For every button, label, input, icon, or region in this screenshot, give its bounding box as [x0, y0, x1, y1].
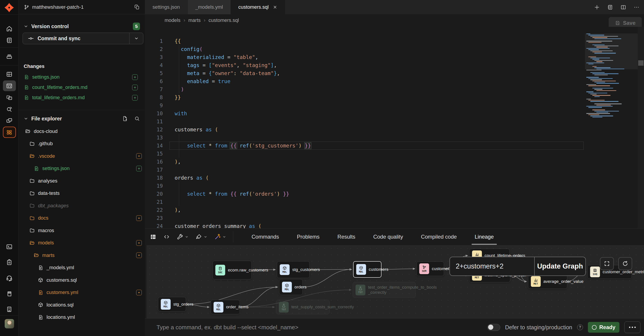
explorer-item-docs[interactable]: docs [19, 212, 145, 224]
commit-options-caret[interactable] [129, 33, 143, 44]
rail-item-query-lens[interactable] [0, 103, 18, 115]
rail-item-building[interactable] [0, 303, 18, 315]
panel-tab-commands[interactable]: Commands [251, 229, 280, 245]
explorer-item-macros[interactable]: macros [19, 224, 145, 237]
rail-item-headset[interactable] [0, 272, 18, 284]
code-line-7[interactable]: 7 ) [145, 85, 586, 93]
lineage-node-average_order_value[interactable]: METaverage_order_value [528, 274, 567, 289]
explorer-item-.vscode[interactable]: .vscode [19, 150, 145, 162]
lineage-fullscreen-button[interactable] [600, 257, 614, 270]
code-line-16[interactable]: 16), [145, 158, 586, 166]
stage-file-icon[interactable] [132, 74, 138, 80]
code-line-5[interactable]: 5 meta = {"owner": "data-team"}, [145, 69, 586, 77]
dbt-logo-icon[interactable] [4, 2, 14, 13]
explorer-item-marts[interactable]: marts [19, 249, 145, 261]
explorer-item-settings.json[interactable]: settings.json [19, 162, 145, 175]
commit-and-sync-button[interactable]: Commit and sync [22, 33, 143, 44]
rail-item-code-editor[interactable] [0, 80, 18, 92]
code-line-1[interactable]: 1{{ [145, 37, 586, 45]
rail-item-notebook[interactable] [0, 34, 18, 46]
changed-file-total_lifetime_orders.md[interactable]: total_lifetime_orders.md [24, 92, 141, 103]
rail-item-clipboard[interactable] [0, 257, 18, 268]
lineage-node-order_items[interactable]: MDLorder_items [211, 300, 240, 314]
code-line-2[interactable]: 2 config( [145, 45, 586, 53]
explorer-item-dbt_packages[interactable]: dbt_packages [19, 200, 145, 212]
explorer-item-customers.yml[interactable]: customers.yml [19, 286, 145, 299]
format-icon[interactable] [196, 234, 208, 240]
code-line-20[interactable]: 20 select * from {{ ref('orders') }} [145, 190, 586, 198]
rail-item-home[interactable] [0, 23, 18, 34]
panel-tab-results[interactable]: Results [337, 229, 356, 245]
breadcrumb-marts[interactable]: marts [188, 17, 200, 23]
lineage-refresh-button[interactable] [618, 257, 632, 270]
code-line-19[interactable]: 19 [145, 182, 586, 190]
code-line-15[interactable]: 15 [145, 150, 586, 158]
code-line-18[interactable]: 18orders as ( [145, 174, 586, 182]
new-tab-icon[interactable] [594, 4, 600, 10]
breadcrumb-customers.sql[interactable]: customers.sql [209, 17, 239, 23]
code-editor[interactable]: 1{{2 config(3 materialized = "table",4 t… [145, 27, 644, 228]
explorer-item-locations.sql[interactable]: locations.sql [19, 299, 145, 311]
user-avatar[interactable] [5, 319, 14, 329]
fix-ai-wand-icon[interactable] [214, 234, 226, 240]
code-line-11[interactable]: 11 [145, 117, 586, 126]
code-line-12[interactable]: 12customers as ( [145, 126, 586, 134]
rail-item-grid[interactable] [0, 68, 18, 80]
more-options-icon[interactable] [634, 4, 640, 10]
version-control-header[interactable]: Version control 5 [24, 21, 140, 31]
file-explorer-header[interactable]: File explorer [24, 113, 140, 124]
compile-code-icon[interactable] [163, 234, 170, 240]
explorer-item-analyses[interactable]: analyses [19, 175, 145, 187]
defer-toggle[interactable] [487, 324, 500, 331]
lineage-node-stg_customers[interactable]: MDLstg_customers [277, 261, 310, 278]
rail-item-docs-book[interactable] [0, 288, 18, 299]
lineage-node-stg_orders[interactable]: MDLstg_orders [158, 297, 186, 312]
stage-file-icon[interactable] [132, 85, 138, 90]
preview-table-icon[interactable] [150, 234, 156, 240]
panel-tab-lineage[interactable]: Lineage [474, 229, 494, 245]
command-more-button[interactable] [624, 322, 640, 333]
lineage-canvas[interactable]: SRCecom.raw_customersMDLstg_customersMDL… [146, 245, 644, 318]
code-line-4[interactable]: 4 tags = ["events", "staging"], [145, 61, 586, 69]
code-line-14[interactable]: 14 select * from {{ ref('stg_customers')… [145, 142, 586, 150]
lineage-node-customers[interactable]: MDLcustomers [353, 261, 382, 278]
code-line-13[interactable]: 13 [145, 134, 586, 142]
copy-branch-icon[interactable] [134, 4, 140, 10]
rail-item-atom[interactable] [0, 126, 18, 138]
build-wrench-icon[interactable] [177, 234, 189, 240]
code-line-21[interactable]: 21 [145, 198, 586, 206]
tab-close-icon[interactable] [273, 5, 277, 9]
new-file-icon[interactable] [122, 116, 128, 121]
panel-tab-compiled-code[interactable]: Compiled code [420, 229, 457, 245]
tab-_models.yml[interactable]: _models.yml [188, 0, 230, 14]
rail-item-windows[interactable] [0, 115, 18, 126]
search-icon[interactable] [134, 116, 140, 121]
command-input[interactable]: Type a command, ex. dbt build --select <… [156, 324, 487, 331]
code-line-17[interactable]: 17 [145, 166, 586, 174]
code-line-24[interactable]: 24customer_orders_summary as ( [145, 222, 586, 228]
panel-tab-problems[interactable]: Problems [296, 229, 320, 245]
code-line-10[interactable]: 10with [145, 109, 586, 117]
explorer-item-data-tests[interactable]: data-tests [19, 187, 145, 200]
tab-settings.json[interactable]: settings.json [145, 0, 188, 14]
breadcrumb-models[interactable]: models [164, 17, 180, 23]
explorer-item-_models.yml[interactable]: _models.yml [19, 262, 145, 274]
lineage-selector-input[interactable]: 2+customers+2 [450, 257, 534, 276]
lineage-node-orders[interactable]: MDLorders [279, 279, 303, 295]
status-ready-button[interactable]: Ready [588, 322, 620, 333]
code-line-6[interactable]: 6 enabled = true [145, 77, 586, 85]
explorer-item-docs-cloud[interactable]: docs-cloud [19, 125, 145, 137]
tab-customers.sql[interactable]: customers.sql [231, 0, 285, 14]
lineage-node-test_supply_costs_sum_correctly[interactable]: TSTtest_supply_costs_sum_correctly [276, 300, 330, 314]
explorer-item-customers.sql[interactable]: customers.sql [19, 274, 145, 286]
lineage-node-test_order_items_compute_to_bools[interactable]: TSTtest_order_items_compute_to_bools _co… [353, 282, 416, 298]
notebook-panel-icon[interactable] [607, 4, 613, 10]
code-line-3[interactable]: 3 materialized = "table", [145, 53, 586, 61]
editor-scrollbar[interactable] [638, 27, 644, 228]
defer-help-icon[interactable]: ? [577, 324, 583, 330]
code-line-9[interactable]: 9 [145, 101, 586, 109]
panel-tab-code-quality[interactable]: Code quality [373, 229, 404, 245]
code-line-22[interactable]: 22), [145, 206, 586, 214]
stage-file-icon[interactable] [132, 95, 138, 100]
lineage-node-customers[interactable]: SEMcustomers [416, 261, 444, 276]
